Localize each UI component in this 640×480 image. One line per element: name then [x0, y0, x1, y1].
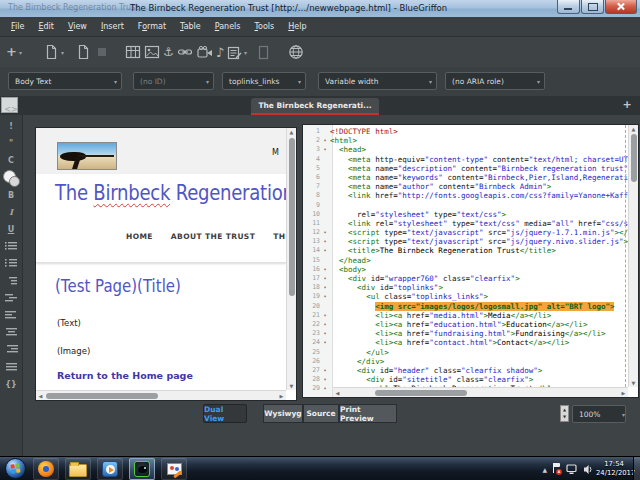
source-line-28[interactable]: 28▾ <div id="sitetitle" class="clearfix"… [303, 375, 628, 384]
fold-toggle-icon[interactable]: ▾ [320, 384, 330, 393]
source-line-5[interactable]: 5 <meta name="description" content="Birn… [303, 164, 628, 173]
new-tab-button[interactable]: + [620, 98, 634, 112]
bold-button[interactable]: B [0, 187, 22, 203]
network-icon[interactable] [566, 464, 578, 475]
markup-icon[interactable]: <> [0, 101, 22, 117]
menu-table[interactable]: Table [173, 19, 208, 34]
toplink-media-cut[interactable]: M [272, 148, 279, 157]
source-line-2[interactable]: 2▾<html> [303, 136, 628, 145]
insert-anchor-button[interactable]: ⚓ [163, 45, 174, 59]
menu-panels[interactable]: Panels [208, 19, 248, 34]
taskbar-media-player-button[interactable] [97, 458, 123, 480]
nav-item-about-the-trust[interactable]: ABOUT THE TRUST [171, 232, 255, 241]
source-line-1[interactable]: 1<!DOCTYPE html> [303, 127, 628, 136]
menu-insert[interactable]: Insert [94, 19, 131, 34]
volume-icon[interactable] [583, 464, 594, 475]
scrollbar-thumb[interactable] [375, 390, 467, 396]
source-line-13[interactable]: 13▾ <script type="text/javascript" src="… [303, 237, 628, 246]
insert-link-button[interactable] [177, 45, 193, 59]
scroll-left-icon[interactable]: ◀ [36, 392, 45, 400]
element-class-select[interactable]: toplinks_links▾ [222, 72, 306, 90]
aria-role-select[interactable]: (no ARIA role)▾ [445, 72, 545, 90]
fold-toggle-icon[interactable]: ▾ [320, 283, 330, 292]
new-document-button[interactable]: +▾ [6, 44, 22, 60]
insert-table-button[interactable] [125, 45, 141, 59]
save-button[interactable] [76, 44, 91, 60]
source-line-18[interactable]: 18▾ <div id="toplinks"> [303, 283, 628, 292]
fold-toggle-icon[interactable]: ▾ [320, 228, 330, 237]
source-line-14[interactable]: 14▾ <title>The Birnbeck Regeneration Tru… [303, 246, 628, 255]
source-horizontal-scrollbar[interactable]: ◀ ▶ [333, 387, 628, 397]
fold-toggle-icon[interactable]: ▾ [320, 136, 330, 145]
taskbar-clock[interactable]: 17:54 24/12/2017 [596, 460, 632, 478]
start-button[interactable] [5, 458, 26, 479]
source-line-4[interactable]: 4 <meta http-equiv="content-type" conten… [303, 155, 628, 164]
maximize-button[interactable] [581, 0, 604, 14]
page-heading[interactable]: (Test Page)(Title) [55, 276, 181, 296]
menu-edit[interactable]: Edit [31, 19, 61, 34]
action-center-icon[interactable]: x [552, 463, 561, 475]
fold-toggle-icon[interactable]: ▾ [320, 338, 330, 347]
source-panel[interactable]: 1<!DOCTYPE html>2▾<html>3▾ <head>4 <meta… [303, 125, 638, 397]
source-line-20[interactable]: 20 <img src="images/logos/logosmall.jpg"… [303, 302, 628, 311]
open-file-button[interactable]: ▾ [44, 44, 64, 60]
site-title[interactable]: The Birnbeck Regeneration [55, 181, 294, 205]
source-line-9[interactable]: 9 [303, 201, 628, 210]
scroll-left-icon[interactable]: ◀ [333, 389, 342, 397]
taskbar-bluegriffon-button[interactable] [129, 458, 155, 480]
fold-toggle-icon[interactable]: ▾ [320, 375, 330, 384]
scrollbar-thumb[interactable] [289, 138, 295, 296]
source-line-15[interactable]: 15 </head> [303, 256, 628, 265]
font-select[interactable]: Variable width▾ [318, 72, 437, 90]
browser-preview-button[interactable] [288, 44, 304, 60]
zoom-select[interactable]: 100% ▾ [572, 405, 626, 423]
zoom-spinner[interactable]: ▲▼ [560, 405, 569, 422]
source-line-12[interactable]: 12▾ <script type="text/javascript" src="… [303, 228, 628, 237]
wysiwyg-horizontal-scrollbar[interactable]: ◀ ▶ [36, 390, 286, 400]
fold-toggle-icon[interactable]: ▾ [320, 366, 330, 375]
dual-view-button[interactable]: Dual View [203, 404, 247, 423]
scrollbar-thumb[interactable] [631, 134, 637, 182]
source-code[interactable]: 1<!DOCTYPE html>2▾<html>3▾ <head>4 <meta… [303, 127, 628, 393]
scroll-down-icon[interactable]: ▼ [287, 382, 296, 390]
nav-item-home[interactable]: HOME [126, 232, 153, 241]
numbered-list-button[interactable] [0, 256, 22, 272]
align-center-button[interactable] [0, 325, 22, 341]
scrollbar-thumb[interactable] [46, 393, 158, 399]
align-right-button[interactable] [0, 342, 22, 358]
fold-toggle-icon[interactable]: ▾ [320, 292, 330, 301]
quote-icon[interactable]: " [0, 135, 22, 151]
source-vertical-scrollbar[interactable]: ▲ ▼ [628, 125, 638, 387]
taskbar-paint-button[interactable] [161, 458, 187, 480]
wysiwyg-panel[interactable]: M The Birnbeck Regeneration HOMEABOUT TH… [36, 128, 296, 400]
source-line-17[interactable]: 17▾ <div id="wrapper760" class="clearfix… [303, 274, 628, 283]
taskbar-firefox-button[interactable] [33, 458, 59, 480]
wysiwyg-button[interactable]: Wysiwyg [263, 404, 303, 423]
source-line-27[interactable]: 27▾ <div id="header" class="clearfix sha… [303, 366, 628, 375]
source-line-16[interactable]: 16▾ <body> [303, 265, 628, 274]
menu-tools[interactable]: Tools [248, 19, 282, 34]
minimize-button[interactable] [557, 0, 580, 14]
source-line-22[interactable]: 22▾ <li><a href="education.html">Educati… [303, 320, 628, 329]
fold-toggle-icon[interactable]: ▾ [320, 145, 330, 154]
source-line-8[interactable]: 8 <link href="http://fonts.googleapis.co… [303, 191, 628, 200]
insert-audio-button[interactable]: ♪ [216, 45, 224, 60]
text-placeholder[interactable]: (Text) [57, 318, 81, 328]
outdent-button[interactable] [0, 273, 22, 289]
close-button[interactable] [605, 0, 637, 14]
source-line-6[interactable]: 6 <meta name="keywords" content="Birnbec… [303, 173, 628, 182]
menu-help[interactable]: Help [281, 19, 313, 34]
scroll-up-icon[interactable]: ▲ [287, 128, 296, 136]
braces-icon[interactable]: {} [0, 376, 22, 392]
source-line-23[interactable]: 23▾ <li><a href="fundraising.html">Fundr… [303, 329, 628, 338]
source-line-11[interactable]: 11 <link rel="stylesheet" type="text/css… [303, 219, 628, 228]
underline-button[interactable]: U [0, 221, 22, 237]
taskbar-explorer-button[interactable] [65, 458, 91, 480]
emphasis-icon[interactable]: ! [0, 118, 22, 134]
tray-expand-icon[interactable]: ▲ [542, 466, 547, 473]
fold-toggle-icon[interactable]: ▾ [320, 274, 330, 283]
insert-video-button[interactable] [197, 46, 213, 59]
scroll-up-icon[interactable]: ▲ [629, 125, 638, 133]
menu-view[interactable]: View [61, 19, 94, 34]
scroll-down-icon[interactable]: ▼ [629, 379, 638, 387]
